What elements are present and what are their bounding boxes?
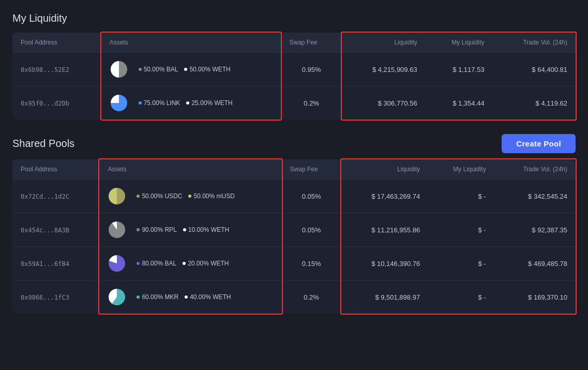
pool-assets: 90.00% RPL 10.00% WETH — [128, 213, 281, 247]
pie-chart — [108, 254, 126, 273]
asset-tag: 60.00% MKR — [137, 293, 178, 301]
table-row: 0x9866...1fC3 60.00% MKR 40.00% WETH0.2%… — [12, 280, 576, 314]
my-liquidity-title: My Liquidity — [12, 12, 576, 24]
swap-fee: 0.05% — [282, 180, 341, 213]
swap-fee: 0.2% — [281, 86, 341, 120]
asset-tag: 25.00% WETH — [186, 99, 232, 107]
asset-tag: 50.00% USDC — [137, 193, 182, 200]
pool-pie — [99, 213, 128, 247]
my-liquidity: $ - — [428, 180, 494, 213]
asset-tag: 10.00% WETH — [183, 226, 229, 233]
trade-volume: $ 169,370.10 — [494, 280, 576, 314]
swap-fee: 0.95% — [281, 53, 341, 86]
table-row: 0x72Cd...1d2C 50.00% USDC 50.00% mUSD0.0… — [12, 180, 576, 213]
my-liquidity: $ - — [428, 247, 494, 280]
my-liquidity: $ - — [428, 280, 494, 314]
trade-volume: $ 4,119.62 — [493, 86, 576, 120]
col-liquidity-shared: Liquidity — [341, 159, 429, 180]
pie-chart — [108, 288, 126, 306]
pool-assets: 80.00% BAL 20.00% WETH — [128, 247, 281, 280]
liquidity: $ 11,216,955.86 — [341, 213, 429, 247]
col-swap-fee-shared: Swap Fee — [282, 159, 341, 180]
pie-chart — [110, 60, 128, 79]
asset-tag: 90.00% RPL — [137, 226, 176, 233]
pool-address: 0x72Cd...1d2C — [12, 180, 99, 213]
trade-volume: $ 92,387.35 — [494, 213, 576, 247]
my-liquidity-table: Pool Address Assets Swap Fee Liquidity M… — [12, 33, 576, 120]
pie-chart — [110, 94, 128, 112]
my-liquidity: $ 1,117.53 — [426, 53, 493, 86]
pool-assets: 50.00% BAL 50.00% WETH — [130, 53, 281, 86]
liquidity: $ 9,501,898.97 — [341, 280, 429, 314]
pool-assets: 60.00% MKR 40.00% WETH — [128, 280, 281, 314]
table-row: 0x95f0...d2Db 75.00% LINK 25.00% WETH0.2… — [12, 86, 576, 120]
trade-volume: $ 64,400.81 — [493, 53, 576, 86]
asset-tag: 20.00% WETH — [183, 260, 229, 267]
my-liquidity: $ 1,354.44 — [426, 86, 493, 120]
col-liquidity-my: Liquidity — [342, 33, 426, 53]
table-row: 0x454c...8A3B 90.00% RPL 10.00% WETH0.05… — [12, 213, 576, 247]
col-pool-address-shared: Pool Address — [12, 159, 99, 180]
pool-address: 0x6b98...52E2 — [12, 53, 101, 86]
pool-pie — [99, 180, 128, 213]
pie-chart — [108, 220, 126, 239]
asset-tag: 75.00% LINK — [139, 99, 180, 107]
liquidity: $ 4,215,909.63 — [342, 53, 426, 86]
pool-pie — [99, 247, 128, 280]
table-row: 0x6b98...52E2 50.00% BAL 50.00% WETH0.95… — [12, 53, 576, 86]
pool-address: 0x59A1...6fB4 — [12, 247, 99, 280]
trade-volume: $ 469,485.78 — [494, 247, 576, 280]
col-assets-shared: Assets — [99, 159, 281, 180]
shared-pools-table: Pool Address Assets Swap Fee Liquidity M… — [12, 159, 576, 314]
asset-tag: 50.00% WETH — [184, 66, 230, 73]
col-assets-my: Assets — [101, 33, 281, 53]
pool-address: 0x95f0...d2Db — [12, 86, 101, 120]
swap-fee: 0.05% — [282, 213, 341, 247]
shared-pools-title: Shared Pools — [12, 138, 74, 150]
asset-tag: 50.00% BAL — [139, 66, 178, 73]
pool-assets: 50.00% USDC 50.00% mUSD — [128, 180, 281, 213]
col-my-liquidity-shared: My Liquidity — [428, 159, 494, 180]
pool-address: 0x9866...1fC3 — [12, 280, 99, 314]
pool-assets: 75.00% LINK 25.00% WETH — [130, 86, 281, 120]
pool-pie — [101, 86, 130, 120]
liquidity: $ 306,770.56 — [342, 86, 426, 120]
col-pool-address-my: Pool Address — [12, 33, 101, 53]
col-trade-vol-shared: Trade Vol. (24h) — [494, 159, 576, 180]
liquidity: $ 17,463,269.74 — [341, 180, 429, 213]
asset-tag: 40.00% WETH — [185, 293, 231, 301]
my-liquidity: $ - — [428, 213, 494, 247]
pool-pie — [101, 53, 130, 86]
swap-fee: 0.15% — [282, 247, 341, 280]
trade-volume: $ 342,545.24 — [494, 180, 576, 213]
pool-pie — [99, 280, 128, 314]
col-trade-vol-my: Trade Vol. (24h) — [493, 33, 576, 53]
liquidity: $ 10,146,390.76 — [341, 247, 429, 280]
table-row: 0x59A1...6fB4 80.00% BAL 20.00% WETH0.15… — [12, 247, 576, 280]
asset-tag: 50.00% mUSD — [188, 193, 234, 200]
swap-fee: 0.2% — [282, 280, 341, 314]
col-my-liquidity-my: My Liquidity — [426, 33, 493, 53]
col-swap-fee-my: Swap Fee — [281, 33, 341, 53]
asset-tag: 80.00% BAL — [137, 260, 176, 267]
pie-chart — [108, 187, 126, 205]
create-pool-button[interactable]: Create Pool — [502, 134, 576, 153]
pool-address: 0x454c...8A3B — [12, 213, 99, 247]
